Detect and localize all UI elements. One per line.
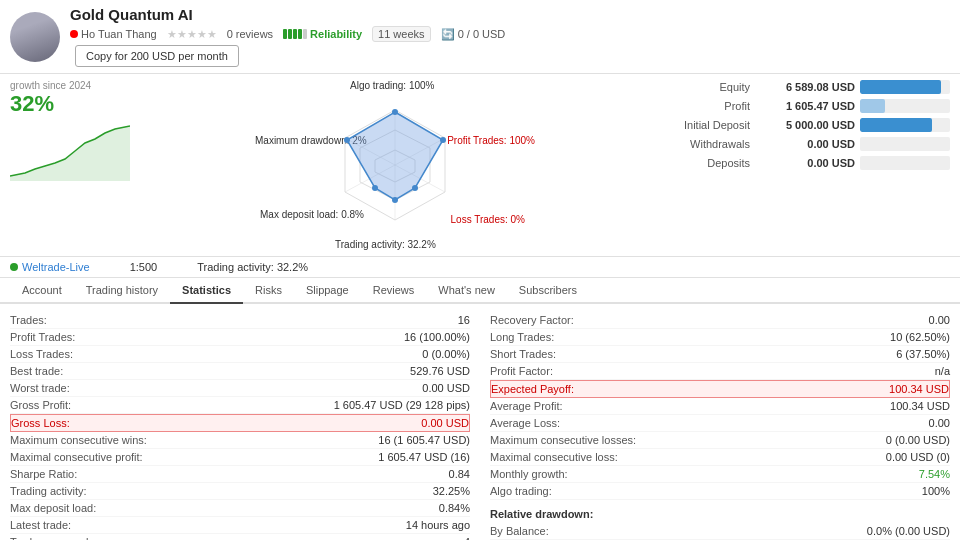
stat-val-right-2: 6 (37.50%) <box>896 348 950 360</box>
tab-slippage[interactable]: Slippage <box>294 278 361 304</box>
stats-right-col: Recovery Factor:0.00Long Trades:10 (62.5… <box>490 312 950 540</box>
equity-value-0: 6 589.08 USD <box>755 81 855 93</box>
stat-label-left-11: Max deposit load: <box>10 502 96 514</box>
tab-subscribers[interactable]: Subscribers <box>507 278 589 304</box>
equity-label-1: Profit <box>650 100 750 112</box>
equity-bar-wrap-0 <box>860 80 950 94</box>
broker-link[interactable]: Weltrade-Live <box>22 261 90 273</box>
broker-status-dot <box>10 263 18 271</box>
stat-label-left-2: Loss Trades: <box>10 348 73 360</box>
drawdown-right-rows: By Balance:0.0% (0.00 USD)By Equity:1.99… <box>490 523 950 540</box>
stat-label-right-3: Profit Factor: <box>490 365 553 377</box>
tab-what's-new[interactable]: What's new <box>426 278 507 304</box>
stat-right-row-2: Short Trades:6 (37.50%) <box>490 346 950 363</box>
tab-trading-history[interactable]: Trading history <box>74 278 170 304</box>
equity-row-4: Deposits 0.00 USD <box>650 156 950 170</box>
stat-val-right-1: 10 (62.50%) <box>890 331 950 343</box>
tab-account[interactable]: Account <box>10 278 74 304</box>
stat-left-row-4: Worst trade:0.00 USD <box>10 380 470 397</box>
equity-label-0: Equity <box>650 81 750 93</box>
tab-risks[interactable]: Risks <box>243 278 294 304</box>
stat-label-left-10: Trading activity: <box>10 485 87 497</box>
equity-label-2: Initial Deposit <box>650 119 750 131</box>
stat-val-right-8: 0.00 USD (0) <box>886 451 950 463</box>
subscribe-button[interactable]: Copy for 200 USD per month <box>75 45 239 67</box>
stat-val-left-11: 0.84% <box>439 502 470 514</box>
dd-right-row-0: By Balance:0.0% (0.00 USD) <box>490 523 950 540</box>
stat-label-right-2: Short Trades: <box>490 348 556 360</box>
stat-val-right-5: 100.34 USD <box>890 400 950 412</box>
broker-item: Weltrade-Live <box>10 261 90 273</box>
reliability-bars <box>283 29 307 39</box>
stat-label-left-12: Latest trade: <box>10 519 71 531</box>
stat-right-row-5: Average Profit:100.34 USD <box>490 398 950 415</box>
svg-point-10 <box>412 185 418 191</box>
growth-chart-svg <box>10 121 130 181</box>
stat-val-right-7: 0 (0.00 USD) <box>886 434 950 446</box>
equity-bar-wrap-4 <box>860 156 950 170</box>
author-status-dot <box>70 30 78 38</box>
stat-right-row-9: Monthly growth:7.54% <box>490 466 950 483</box>
reliability-label: Reliability <box>310 28 362 40</box>
stats-panel: growth since 2024 32% Algo trading: 100%… <box>0 74 960 257</box>
rel-bar-1 <box>283 29 287 39</box>
stat-left-row-11: Max deposit load:0.84% <box>10 500 470 517</box>
header-info: Gold Quantum AI Ho Tuan Thang ★★★★★ 0 re… <box>70 6 505 67</box>
stat-label-left-13: Trades per week: <box>10 536 95 540</box>
svg-point-11 <box>392 197 398 203</box>
stat-label-left-9: Sharpe Ratio: <box>10 468 77 480</box>
equity-bar-wrap-3 <box>860 137 950 151</box>
stat-label-left-1: Profit Trades: <box>10 331 75 343</box>
equity-bar-0 <box>860 80 941 94</box>
svg-point-12 <box>372 185 378 191</box>
rel-bar-2 <box>288 29 292 39</box>
stat-label-right-4: Expected Payoff: <box>491 383 574 395</box>
tabs-bar: AccountTrading historyStatisticsRisksSli… <box>0 278 960 304</box>
stat-val-left-6: 0.00 USD <box>421 417 469 429</box>
stat-label-right-7: Maximum consecutive losses: <box>490 434 636 446</box>
equity-section: Equity 6 589.08 USD Profit 1 605.47 USD … <box>650 80 950 250</box>
equity-value-3: 0.00 USD <box>755 138 855 150</box>
stat-label-left-7: Maximum consecutive wins: <box>10 434 147 446</box>
stat-label-left-0: Trades: <box>10 314 47 326</box>
meta-row: Ho Tuan Thang ★★★★★ 0 reviews Reliabilit… <box>70 26 505 42</box>
stat-left-row-2: Loss Trades:0 (0.00%) <box>10 346 470 363</box>
equity-row-3: Withdrawals 0.00 USD <box>650 137 950 151</box>
equity-value-2: 5 000.00 USD <box>755 119 855 131</box>
tab-statistics[interactable]: Statistics <box>170 278 243 304</box>
stats-body: Trades:16Profit Trades:16 (100.00%)Loss … <box>0 304 960 540</box>
equity-bar-wrap-1 <box>860 99 950 113</box>
stats-right-rows: Recovery Factor:0.00Long Trades:10 (62.5… <box>490 312 950 500</box>
radar-section: Algo trading: 100% Profit Trades: 100% L… <box>150 80 640 250</box>
stat-label-right-5: Average Profit: <box>490 400 563 412</box>
equity-bar-1 <box>860 99 885 113</box>
svg-point-9 <box>440 137 446 143</box>
avatar <box>10 12 60 62</box>
equity-label-3: Withdrawals <box>650 138 750 150</box>
stat-right-row-6: Average Loss:0.00 <box>490 415 950 432</box>
stat-right-row-4: Expected Payoff:100.34 USD <box>490 380 950 398</box>
stat-label-right-8: Maximal consecutive loss: <box>490 451 618 463</box>
stat-label-left-8: Maximal consecutive profit: <box>10 451 143 463</box>
leverage-row: Weltrade-Live 1:500 Trading activity: 32… <box>0 257 960 278</box>
stat-label-left-5: Gross Profit: <box>10 399 71 411</box>
stat-val-left-10: 32.25% <box>433 485 470 497</box>
stat-label-right-1: Long Trades: <box>490 331 554 343</box>
stat-left-row-1: Profit Trades:16 (100.00%) <box>10 329 470 346</box>
growth-label: growth since 2024 <box>10 80 140 91</box>
growth-percent: 32% <box>10 91 140 117</box>
stat-label-right-10: Algo trading: <box>490 485 552 497</box>
stat-left-row-7: Maximum consecutive wins:16 (1 605.47 US… <box>10 432 470 449</box>
stat-label-right-0: Recovery Factor: <box>490 314 574 326</box>
stat-val-right-3: n/a <box>935 365 950 377</box>
stat-label-right-9: Monthly growth: <box>490 468 568 480</box>
stat-val-right-9: 7.54% <box>919 468 950 480</box>
equity-bar-2 <box>860 118 932 132</box>
tab-reviews[interactable]: Reviews <box>361 278 427 304</box>
radar-svg <box>325 100 465 230</box>
author: Ho Tuan Thang <box>70 28 157 40</box>
stat-right-row-8: Maximal consecutive loss:0.00 USD (0) <box>490 449 950 466</box>
equity-label-4: Deposits <box>650 157 750 169</box>
copiers: 🔄 0 / 0 USD <box>441 28 506 41</box>
stat-val-right-4: 100.34 USD <box>889 383 949 395</box>
